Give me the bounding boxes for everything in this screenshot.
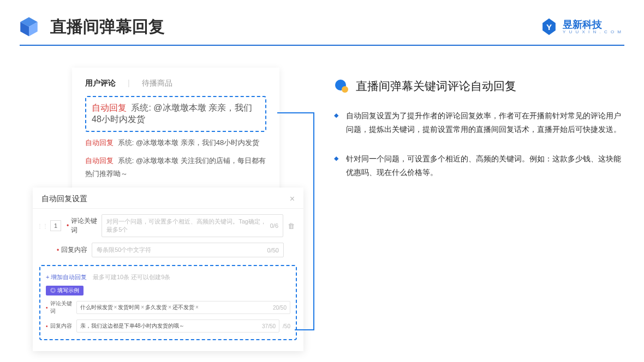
settings-title: 自动回复设置 bbox=[41, 194, 87, 204]
drag-handle-icon[interactable]: ⋮⋮ bbox=[37, 223, 48, 229]
connector-line bbox=[295, 329, 314, 330]
bullet-item: 自动回复设置为了提升作者的评论回复效率，作者可在开播前针对常见的评论用户问题，提… bbox=[334, 109, 624, 136]
content-row: • 回复内容 每条限50个中文字符 0/50 bbox=[33, 237, 303, 257]
required-dot: • bbox=[57, 246, 59, 254]
connector-line bbox=[313, 112, 314, 330]
logo-text-en: Y U U X I N . C O M bbox=[563, 29, 622, 34]
close-icon[interactable]: × bbox=[290, 194, 295, 204]
system-tag: 系统: bbox=[131, 103, 151, 112]
add-section-highlight: + 增加自动回复 最多可建10条 还可以创建9条 ◎ 填写示例 • 评论关键词 … bbox=[39, 265, 297, 340]
mockup-column: 用户评论 | 待播商品 自动回复 系统: @冰墩墩本墩 亲亲，我们48小时内发货… bbox=[33, 68, 301, 195]
section-title: 直播间弹幕关键词评论自动回复 bbox=[356, 79, 516, 94]
autoreply-tag: 自动回复 bbox=[85, 138, 114, 147]
brand-logo: Y 昱新科技 Y U U X I N . C O M bbox=[540, 17, 622, 36]
comment-text: @冰墩墩本墩 亲亲，我们48小时内发货 bbox=[136, 138, 259, 147]
settings-header: 自动回复设置 × bbox=[33, 194, 303, 209]
fill-example-badge: ◎ 填写示例 bbox=[46, 286, 84, 295]
example-keyword-input[interactable]: 什么时候发货 发货时间 多久发货 还不发货 20/50 bbox=[76, 301, 290, 314]
sequence-box: 1 bbox=[50, 220, 61, 231]
content-label: 回复内容 bbox=[61, 245, 92, 255]
bubble-icon bbox=[334, 79, 349, 94]
example-content-input[interactable]: 亲，我们这边都是下单48小时内发货的哦～ 37/50 bbox=[76, 319, 280, 333]
page-title: 直播间弹幕回复 bbox=[50, 16, 165, 38]
autoreply-tag: 自动回复 bbox=[85, 156, 114, 165]
content-input[interactable]: 每条限50个中文字符 0/50 bbox=[92, 243, 284, 257]
comments-card: 用户评论 | 待播商品 自动回复 系统: @冰墩墩本墩 亲亲，我们48小时内发货… bbox=[72, 68, 279, 196]
logo-icon: Y bbox=[540, 17, 558, 36]
required-dot: • bbox=[67, 222, 69, 230]
bullet-list: 自动回复设置为了提升作者的评论回复效率，作者可在开播前针对常见的评论用户问题，提… bbox=[334, 109, 624, 179]
settings-card: 自动回复设置 × ⋮⋮ 1 • 评论关键词 对同一个问题，可设置多个相近、高频的… bbox=[33, 188, 303, 351]
connector-line bbox=[277, 112, 314, 113]
example-keyword-row: • 评论关键词 什么时候发货 发货时间 多久发货 还不发货 20/50 bbox=[46, 300, 290, 315]
svg-text:Y: Y bbox=[546, 22, 552, 32]
page-header: 直播间弹幕回复 Y 昱新科技 Y U U X I N . C O M bbox=[0, 0, 644, 45]
autoreply-tag: 自动回复 bbox=[92, 103, 127, 112]
svg-point-5 bbox=[342, 86, 348, 93]
trash-icon[interactable]: 🗑 bbox=[288, 222, 295, 230]
tab-user-comments[interactable]: 用户评论 bbox=[85, 79, 116, 88]
keyword-label: 评论关键词 bbox=[71, 216, 102, 235]
section-title-row: 直播间弹幕关键词评论自动回复 bbox=[334, 79, 624, 94]
add-autoreply-link[interactable]: + 增加自动回复 bbox=[46, 274, 87, 280]
system-tag: 系统: bbox=[118, 156, 134, 165]
description-column: 直播间弹幕关键词评论自动回复 自动回复设置为了提升作者的评论回复效率，作者可在开… bbox=[334, 68, 624, 195]
keyword-row: ⋮⋮ 1 • 评论关键词 对同一个问题，可设置多个相近、高频的关键词。Tag确定… bbox=[33, 209, 303, 237]
content-area: 用户评论 | 待播商品 自动回复 系统: @冰墩墩本墩 亲亲，我们48小时内发货… bbox=[0, 46, 644, 195]
system-tag: 系统: bbox=[118, 138, 134, 147]
comment-row: 自动回复 系统: @冰墩墩本墩 关注我们的店铺，每日都有热门推荐呦～ bbox=[85, 154, 266, 181]
bullet-item: 针对同一个问题，可设置多个相近的、高频的关键词。例如：这款多少钱、这块能优惠吗、… bbox=[334, 152, 624, 179]
tabs: 用户评论 | 待播商品 bbox=[85, 79, 266, 88]
highlighted-comment: 自动回复 系统: @冰墩墩本墩 亲亲，我们48小时内发货 bbox=[85, 96, 266, 132]
cube-icon bbox=[17, 15, 40, 38]
add-hint: 最多可建10条 还可以创建9条 bbox=[93, 274, 170, 280]
example-content-row: • 回复内容 亲，我们这边都是下单48小时内发货的哦～ 37/50 /50 bbox=[46, 319, 290, 333]
comment-row: 自动回复 系统: @冰墩墩本墩 亲亲，我们48小时内发货 bbox=[85, 136, 266, 150]
logo-text-cn: 昱新科技 bbox=[563, 20, 622, 29]
tab-pending-products[interactable]: 待播商品 bbox=[142, 79, 172, 88]
keyword-input[interactable]: 对同一个问题，可设置多个相近、高频的关键词。Tag确定，最多5个 0/6 bbox=[102, 214, 283, 237]
